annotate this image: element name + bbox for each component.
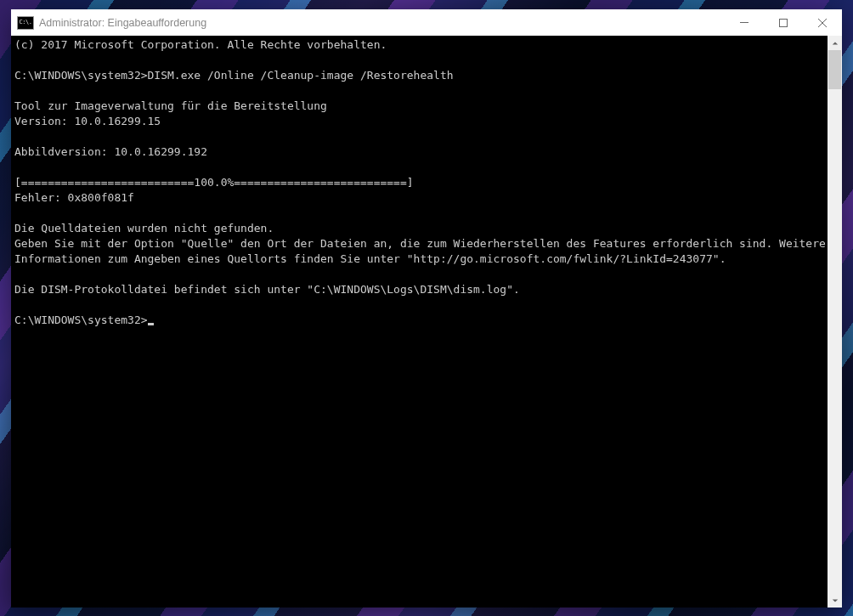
svg-rect-0 xyxy=(780,19,788,26)
console-line xyxy=(14,297,828,313)
command-prompt-window: C:\. Administrator: Eingabeaufforderung … xyxy=(11,9,842,608)
console-line xyxy=(14,53,828,68)
window-title: Administrator: Eingabeaufforderung xyxy=(39,17,206,29)
maximize-button[interactable] xyxy=(764,9,803,36)
console-area: (c) 2017 Microsoft Corporation. Alle Rec… xyxy=(11,36,842,608)
prompt-text: C:\WINDOWS\system32> xyxy=(14,314,148,326)
close-button[interactable] xyxy=(803,9,842,36)
console-line xyxy=(14,83,828,99)
scroll-track[interactable] xyxy=(828,50,842,593)
console-line xyxy=(14,267,828,282)
console-line: C:\WINDOWS\system32>DISM.exe /Online /Cl… xyxy=(14,68,828,83)
console-line: Die DISM-Protokolldatei befindet sich un… xyxy=(14,282,828,297)
scroll-thumb[interactable] xyxy=(828,50,841,89)
console-prompt[interactable]: C:\WINDOWS\system32> xyxy=(14,313,828,328)
console-line: Version: 10.0.16299.15 xyxy=(14,114,828,129)
console-line: Geben Sie mit der Option "Quelle" den Or… xyxy=(14,236,828,267)
console-line: [==========================100.0%=======… xyxy=(14,175,828,190)
console-line: Abbildversion: 10.0.16299.192 xyxy=(14,144,828,160)
console-output[interactable]: (c) 2017 Microsoft Corporation. Alle Rec… xyxy=(11,36,828,608)
cmd-icon: C:\. xyxy=(17,16,34,30)
vertical-scrollbar[interactable] xyxy=(828,36,842,608)
scroll-up-button[interactable] xyxy=(828,36,842,50)
titlebar[interactable]: C:\. Administrator: Eingabeaufforderung xyxy=(11,9,842,36)
console-line: Tool zur Imageverwaltung für die Bereits… xyxy=(14,99,828,114)
window-controls xyxy=(725,9,842,36)
minimize-button[interactable] xyxy=(725,9,764,36)
scroll-down-button[interactable] xyxy=(828,593,842,608)
text-cursor xyxy=(148,323,154,325)
console-line xyxy=(14,129,828,144)
console-line: Fehler: 0x800f081f xyxy=(14,190,828,206)
console-line xyxy=(14,206,828,221)
console-line: (c) 2017 Microsoft Corporation. Alle Rec… xyxy=(14,37,828,53)
console-line: Die Quelldateien wurden nicht gefunden. xyxy=(14,221,828,236)
console-line xyxy=(14,160,828,175)
